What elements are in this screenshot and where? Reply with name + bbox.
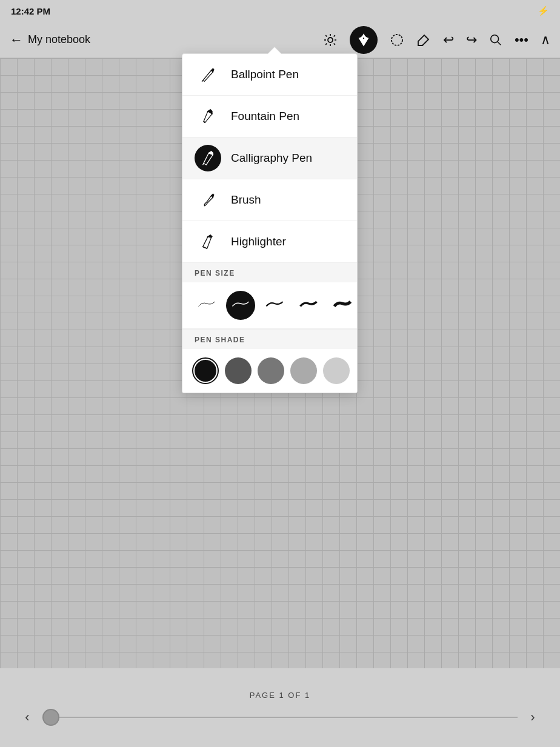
status-bar: 12:42 PM ⚡ (0, 0, 560, 22)
collapse-icon[interactable]: ∧ (541, 32, 550, 48)
svg-point-9 (362, 37, 365, 39)
pen-option-fountain[interactable]: Fountain Pen (182, 96, 357, 138)
pen-option-brush[interactable]: Brush (182, 179, 357, 221)
ballpoint-icon (195, 61, 221, 88)
page-slider-track[interactable] (42, 717, 518, 718)
svg-point-10 (392, 35, 402, 45)
prev-page-button[interactable]: ‹ (18, 709, 36, 725)
highlighter-label: Highlighter (231, 235, 286, 248)
pen-size-xl[interactable] (328, 291, 357, 320)
search-icon[interactable] (489, 33, 502, 47)
pen-size-sm[interactable] (226, 291, 255, 320)
page-slider-thumb[interactable] (42, 709, 59, 726)
pen-sizes-row (182, 282, 357, 329)
pen-shade-header: PEN SHADE (182, 329, 357, 349)
svg-line-6 (334, 43, 335, 44)
shade-lightest[interactable] (323, 357, 350, 384)
pen-size-lg[interactable] (294, 291, 323, 320)
page-label: PAGE 1 OF 1 (250, 691, 311, 700)
status-right: ⚡ (538, 5, 549, 16)
brightness-icon[interactable] (323, 33, 338, 47)
shade-dark[interactable] (225, 357, 252, 384)
svg-line-14 (202, 81, 202, 82)
pen-shades-row (182, 349, 357, 393)
more-options-icon[interactable]: ••• (515, 32, 528, 48)
shade-light[interactable] (290, 357, 317, 384)
svg-line-13 (498, 41, 501, 45)
svg-point-0 (328, 38, 333, 42)
bottom-bar: PAGE 1 OF 1 ‹ › (0, 668, 560, 747)
lasso-icon[interactable] (390, 33, 404, 47)
pen-size-xs[interactable] (192, 291, 221, 320)
undo-button[interactable]: ↩ (443, 32, 454, 48)
brush-icon (195, 187, 221, 213)
eraser-icon[interactable] (416, 33, 431, 47)
pen-option-highlighter[interactable]: Highlighter (182, 221, 357, 262)
page-title: My notebook (28, 33, 323, 46)
pen-size-header: PEN SIZE (182, 262, 357, 282)
highlighter-icon (195, 228, 221, 255)
svg-line-5 (325, 35, 327, 36)
fountain-icon (195, 103, 221, 130)
brush-label: Brush (231, 193, 261, 207)
fountain-label: Fountain Pen (231, 110, 299, 123)
battery-icon: ⚡ (538, 5, 549, 16)
page-nav: ‹ › (0, 709, 560, 725)
svg-line-15 (203, 163, 204, 165)
svg-line-7 (325, 43, 327, 44)
shade-mid[interactable] (258, 357, 284, 384)
pen-size-md[interactable] (260, 291, 289, 320)
shade-black[interactable] (192, 357, 219, 384)
pen-option-ballpoint[interactable]: Ballpoint Pen (182, 54, 357, 96)
pen-option-calligraphy[interactable]: Calligraphy Pen (182, 138, 357, 179)
svg-marker-11 (418, 35, 428, 45)
redo-button[interactable]: ↪ (466, 32, 477, 48)
ballpoint-label: Ballpoint Pen (231, 68, 299, 81)
next-page-button[interactable]: › (524, 709, 542, 725)
svg-line-16 (203, 247, 207, 248)
pen-tool-button[interactable] (350, 26, 378, 54)
calligraphy-label: Calligraphy Pen (231, 151, 312, 165)
svg-point-12 (491, 35, 499, 42)
calligraphy-icon (195, 145, 221, 171)
status-time: 12:42 PM (11, 6, 50, 16)
svg-line-8 (334, 35, 335, 36)
pen-dropdown: Ballpoint Pen Fountain Pen Calligraphy P… (182, 53, 358, 393)
toolbar-icons: ↩ ↪ ••• ∧ (323, 26, 550, 54)
back-button[interactable]: ← (10, 32, 23, 48)
